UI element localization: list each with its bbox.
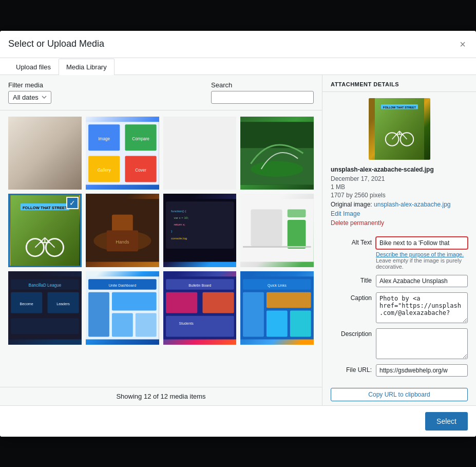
svg-rect-51 [112, 292, 157, 311]
svg-rect-37 [288, 210, 306, 217]
attachment-dimensions: 1707 by 2560 pixels [331, 192, 468, 199]
svg-rect-36 [288, 220, 306, 249]
svg-text:return x;: return x; [174, 222, 185, 226]
file-url-input[interactable] [376, 364, 468, 377]
alt-text-field-row: Alt Text Describe the purpose of the ima… [331, 237, 468, 270]
alt-text-label: Alt Text [331, 237, 372, 246]
svg-text:Become: Become [20, 302, 33, 306]
modal-header: Select or Upload Media × [0, 31, 476, 58]
file-url-label: File URL: [331, 364, 372, 373]
svg-text:function() {: function() { [171, 209, 186, 213]
file-url-field-row: File URL: [331, 364, 468, 377]
media-grid: Image Compare Gallery Cover [0, 110, 322, 387]
svg-rect-46 [11, 319, 79, 334]
media-item[interactable]: function() { var x = 10; return x; } con… [163, 194, 237, 267]
attachment-original: Original image: unsplash-alex-azabache.j… [331, 201, 468, 208]
description-label: Description [331, 328, 372, 338]
attachment-sidebar: ATTACHMENT DETAILS [322, 75, 476, 405]
media-modal: Select or Upload Media × Upload files Me… [0, 31, 476, 437]
svg-text:Unite Dashboard: Unite Dashboard [108, 284, 136, 288]
svg-text:Bulletin Board: Bulletin Board [188, 284, 211, 288]
caption-textarea[interactable]: Photo by <a href="https://unsplash.com/@… [376, 292, 468, 323]
attachment-filename: unsplash-alex-azabache-scaled.jpg [331, 166, 468, 173]
alt-text-input[interactable] [376, 237, 468, 249]
media-item[interactable]: Quick Links [240, 271, 314, 345]
modal-close-button[interactable]: × [458, 37, 468, 51]
svg-text:Students: Students [179, 322, 194, 326]
svg-text:Gallery: Gallery [98, 168, 111, 173]
svg-rect-50 [88, 292, 109, 337]
svg-rect-66 [266, 310, 288, 337]
alt-text-help-text: Leave empty if the image is purely decor… [376, 257, 462, 270]
svg-rect-59 [166, 316, 234, 337]
modal-tabs: Upload files Media Library [0, 58, 476, 75]
svg-text:Quick Links: Quick Links [268, 284, 287, 288]
original-label: Original image: [331, 201, 372, 208]
svg-rect-38 [243, 246, 311, 248]
search-group: Search [211, 81, 314, 104]
svg-text:BancillaD League: BancillaD League [28, 283, 61, 288]
svg-text:Compare: Compare [132, 136, 149, 141]
search-label: Search [211, 81, 314, 89]
svg-text:Cover: Cover [135, 168, 146, 173]
description-field-row: Description [331, 328, 468, 359]
svg-point-11 [251, 161, 303, 177]
svg-text:Image: Image [98, 136, 110, 141]
selected-checkmark: ✓ [66, 197, 79, 209]
alt-text-help: Describe the purpose of the image. Leave… [376, 251, 468, 270]
caption-field-row: Caption Photo by <a href="https://unspla… [331, 292, 468, 323]
filter-date-select[interactable]: All dates [8, 91, 51, 104]
caption-label: Caption [331, 292, 372, 302]
title-input[interactable] [376, 275, 468, 287]
media-item[interactable] [163, 117, 237, 190]
search-input[interactable] [211, 91, 314, 104]
media-item[interactable]: BancillaD League Become Leaders [8, 271, 82, 345]
media-item[interactable]: Image Compare Gallery Cover [86, 117, 159, 190]
modal-overlay: Select or Upload Media × Upload files Me… [0, 0, 476, 467]
attachment-meta: unsplash-alex-azabache-scaled.jpg Decemb… [322, 166, 476, 233]
alt-text-help-link[interactable]: Describe the purpose of the image. [376, 251, 464, 257]
media-area: Filter media All dates Search [0, 75, 322, 405]
modal-footer: Select [0, 405, 476, 437]
description-textarea[interactable] [376, 328, 468, 359]
media-item[interactable] [240, 194, 314, 267]
copy-url-button[interactable]: Copy URL to clipboard [331, 388, 468, 401]
attachment-preview: FOLLOW THAT STREET [322, 92, 476, 166]
modal-title: Select or Upload Media [8, 39, 104, 49]
svg-rect-65 [266, 292, 311, 308]
media-item[interactable]: Hands [86, 194, 159, 267]
select-button[interactable]: Select [425, 412, 468, 431]
title-label: Title [331, 275, 372, 284]
delete-permanently-link[interactable]: Delete permanently [331, 219, 468, 227]
media-item[interactable]: Bulletin Board Students [163, 271, 237, 345]
media-item[interactable] [240, 117, 314, 190]
attachment-fields: Alt Text Describe the purpose of the ima… [322, 233, 476, 386]
edit-image-link[interactable]: Edit Image [331, 210, 468, 217]
attachment-date: December 17, 2021 [331, 175, 468, 182]
svg-text:var x = 10;: var x = 10; [174, 216, 188, 219]
svg-rect-64 [243, 292, 264, 337]
tab-media-library[interactable]: Media Library [59, 59, 115, 75]
title-field-row: Title [331, 275, 468, 287]
attachment-preview-image: FOLLOW THAT STREET [369, 98, 430, 160]
svg-text:FOLLOW THAT STREET: FOLLOW THAT STREET [383, 106, 416, 109]
svg-rect-67 [290, 310, 311, 337]
svg-text:}: } [171, 230, 172, 233]
modal-body: Filter media All dates Search [0, 75, 476, 405]
svg-rect-57 [166, 292, 197, 313]
showing-count: Showing 12 of 12 media items [0, 387, 322, 405]
svg-rect-35 [251, 210, 282, 246]
attachment-details-header: ATTACHMENT DETAILS [322, 75, 476, 92]
svg-text:Hands: Hands [116, 239, 129, 245]
svg-rect-58 [202, 292, 234, 313]
media-item[interactable] [8, 117, 82, 190]
original-link[interactable]: unsplash-alex-azabache.jpg [374, 201, 450, 208]
svg-rect-53 [136, 313, 157, 337]
tab-upload-files[interactable]: Upload files [8, 59, 59, 75]
attachment-size: 1 MB [331, 183, 468, 191]
media-item-selected[interactable]: FOLLOW THAT STREET ✓ [8, 194, 82, 267]
svg-text:console.log: console.log [171, 236, 187, 240]
filter-date-group: Filter media All dates [8, 81, 51, 104]
svg-text:FOLLOW THAT STREET: FOLLOW THAT STREET [23, 206, 67, 210]
media-item[interactable]: Unite Dashboard [86, 271, 159, 345]
